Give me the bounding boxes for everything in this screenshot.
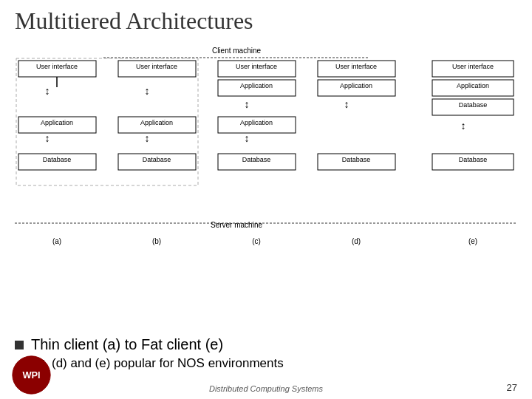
bullet-sub: (d) and (e) popular for NOS environments [37,356,517,371]
svg-text:↕: ↕ [145,132,150,144]
col-a-ui-label: User interface [36,63,78,70]
client-machine-label: Client machine [212,47,262,55]
col-e-db-server-label: Database [459,156,488,163]
svg-text:↕: ↕ [245,132,250,144]
col-e-letter: (e) [468,237,477,245]
diagram-area: Client machine Server machine User inter… [15,41,517,277]
bullet-sub-text: (d) and (e) popular for NOS environments [52,356,284,371]
col-d-db-label: Database [342,156,371,163]
col-e-app-label: Application [457,82,489,89]
svg-text:↕: ↕ [45,132,50,144]
col-c-ui-label: User interface [236,63,277,70]
slide: Multitiered Architectures Client machine… [0,0,532,399]
col-b-letter: (b) [152,237,161,245]
col-d-app-label: Application [340,82,372,89]
footer-page-number: 27 [507,382,517,393]
bullet-main-icon [15,341,24,349]
footer-center-text: Distributed Computing Systems [209,384,323,393]
col-c-db-label: Database [242,156,271,163]
footer: Distributed Computing Systems [0,384,532,393]
col-b-ui-label: User interface [136,63,177,70]
server-machine-label: Server machine [211,221,262,229]
col-a-letter: (a) [52,237,61,245]
slide-title: Multitiered Architectures [15,7,517,35]
col-e-db-client-label: Database [459,101,488,109]
bullet-section: Thin client (a) to Fat client (e) (d) an… [15,336,517,371]
wpi-logo: WPI [11,355,52,395]
architecture-diagram: Client machine Server machine User inter… [15,41,517,277]
col-d-letter: (d) [352,237,361,245]
col-b-app-label: Application [140,119,173,126]
svg-text:↕: ↕ [45,85,50,97]
col-d-ui-label: User interface [335,63,377,70]
col-a-db-label: Database [43,156,72,163]
col-c-letter: (c) [252,237,261,245]
bullet-main-text: Thin client (a) to Fat client (e) [31,336,223,353]
col-b-db-label: Database [143,156,171,163]
svg-text:↕: ↕ [344,98,349,110]
svg-text:↕: ↕ [245,98,250,110]
col-c-app-server-label: Application [240,119,273,126]
col-c-app-client-label: Application [240,82,273,89]
col-e-ui-label: User interface [452,63,494,70]
svg-text:↕: ↕ [145,85,150,97]
bullet-main: Thin client (a) to Fat client (e) [15,336,517,353]
svg-text:WPI: WPI [22,369,40,381]
svg-text:↕: ↕ [461,120,466,132]
col-a-app-label: Application [41,119,73,126]
